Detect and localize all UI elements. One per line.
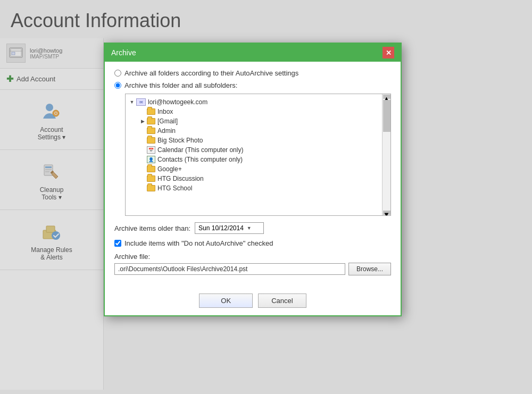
page-background: Account Information lori@howtog IMAP/SMT…: [0, 0, 532, 394]
radio-all-folders[interactable]: [114, 70, 121, 77]
cancel-button[interactable]: Cancel: [258, 294, 306, 308]
tree-expand-bigstock: [139, 137, 146, 144]
scrollbar-track: [383, 132, 390, 210]
tree-label-bigstock: Big Stock Photo: [157, 137, 203, 144]
dialog-close-button[interactable]: ✕: [383, 47, 394, 58]
radio-all-folders-row: Archive all folders according to their A…: [114, 69, 391, 77]
tree-root: ▼ ✉ lori@howtogeek.com Inbox: [128, 96, 380, 194]
older-than-row: Archive items older than: Sun 10/12/2014…: [114, 222, 391, 234]
folder-tree-container: ▼ ✉ lori@howtogeek.com Inbox: [125, 94, 391, 216]
calendar-icon: 📅: [147, 146, 155, 154]
tree-label-gmail: [Gmail]: [157, 118, 178, 125]
folder-tree[interactable]: ▼ ✉ lori@howtogeek.com Inbox: [126, 94, 382, 215]
tree-item-contacts[interactable]: 👤 Contacts (This computer only): [138, 155, 380, 164]
tree-expand-google-plus: [139, 166, 146, 172]
date-dropdown-arrow-icon: ▼: [247, 225, 252, 231]
tree-account-icon: ✉: [136, 98, 146, 106]
tree-expand-inbox: [139, 108, 146, 115]
tree-expand-contacts: [139, 156, 146, 163]
ok-button[interactable]: OK: [199, 294, 253, 308]
tree-expand-htg-school: [139, 185, 146, 191]
older-than-label: Archive items older than:: [114, 224, 190, 232]
tree-expand-root: ▼: [129, 99, 135, 105]
tree-expand-gmail: ▶: [139, 118, 146, 124]
dialog-body: Archive all folders according to their A…: [105, 62, 401, 290]
folder-icon-gmail: [147, 118, 155, 124]
archive-file-label: Archive file:: [114, 253, 391, 261]
radio-all-label[interactable]: Archive all folders according to their A…: [124, 69, 298, 77]
tree-label-google-plus: Google+: [157, 165, 182, 173]
tree-expand-calendar: [139, 147, 146, 153]
folder-icon-htg-discussion: [147, 175, 155, 182]
tree-item-htg-discussion[interactable]: HTG Discussion: [138, 174, 380, 183]
folder-icon-bigstock: [147, 137, 155, 144]
scrollbar-arrow-up[interactable]: ▲: [383, 95, 390, 99]
radio-this-folder-row: Archive this folder and all subfolders:: [114, 81, 391, 89]
date-value: Sun 10/12/2014: [198, 224, 244, 232]
dialog-footer: OK Cancel: [105, 290, 401, 315]
tree-label-contacts: Contacts (This computer only): [157, 156, 243, 163]
contacts-icon: 👤: [147, 156, 155, 163]
date-dropdown[interactable]: Sun 10/12/2014 ▼: [195, 222, 264, 234]
tree-item-google-plus[interactable]: Google+: [138, 164, 380, 174]
archive-file-row: Browse...: [114, 263, 391, 275]
tree-expand-htg-discussion: [139, 175, 146, 182]
include-do-not-archive-checkbox[interactable]: [114, 240, 121, 247]
radio-this-folder[interactable]: [114, 82, 121, 89]
tree-label-inbox: Inbox: [157, 108, 173, 115]
radio-this-folder-label[interactable]: Archive this folder and all subfolders:: [124, 81, 237, 89]
tree-item-inbox[interactable]: Inbox: [138, 107, 380, 116]
dialog-title: Archive: [111, 48, 136, 57]
tree-label-htg-discussion: HTG Discussion: [157, 175, 204, 182]
tree-scrollbar[interactable]: ▲ ▼: [382, 94, 390, 215]
scrollbar-thumb[interactable]: [383, 100, 390, 132]
archive-file-input[interactable]: [114, 263, 345, 275]
tree-expand-admin: [139, 128, 146, 134]
tree-item-htg-school[interactable]: HTG School: [138, 183, 380, 193]
scrollbar-arrow-down[interactable]: ▼: [383, 211, 390, 215]
tree-root-label: lori@howtogeek.com: [148, 98, 207, 106]
tree-label-admin: Admin: [157, 127, 176, 135]
folder-icon-admin: [147, 128, 155, 134]
folder-icon-htg-school: [147, 185, 155, 191]
tree-item-calendar[interactable]: 📅 Calendar (This computer only): [138, 145, 380, 155]
tree-label-htg-school: HTG School: [157, 185, 192, 192]
tree-label-calendar: Calendar (This computer only): [157, 146, 243, 154]
tree-item-gmail[interactable]: ▶ [Gmail]: [138, 116, 380, 126]
tree-item-root[interactable]: ▼ ✉ lori@howtogeek.com: [128, 97, 380, 107]
tree-children: Inbox ▶ [Gmail]: [128, 107, 380, 193]
tree-item-bigstock[interactable]: Big Stock Photo: [138, 136, 380, 145]
tree-item-admin[interactable]: Admin: [138, 126, 380, 136]
checkbox-row: Include items with "Do not AutoArchive" …: [114, 239, 391, 247]
archive-dialog: Archive ✕ Archive all folders according …: [104, 43, 402, 316]
folder-icon-inbox: [147, 108, 155, 115]
dialog-titlebar: Archive ✕: [105, 44, 401, 62]
folder-icon-google-plus: [147, 166, 155, 172]
checkbox-label[interactable]: Include items with "Do not AutoArchive" …: [124, 239, 273, 247]
browse-button[interactable]: Browse...: [348, 263, 391, 275]
